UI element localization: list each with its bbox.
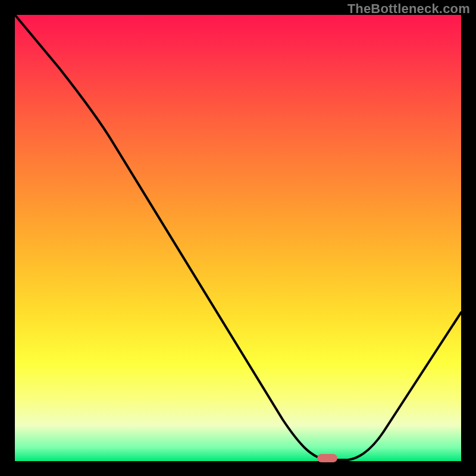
curve-path xyxy=(15,15,461,460)
optimal-range-marker xyxy=(317,454,337,462)
bottleneck-curve xyxy=(15,15,461,461)
